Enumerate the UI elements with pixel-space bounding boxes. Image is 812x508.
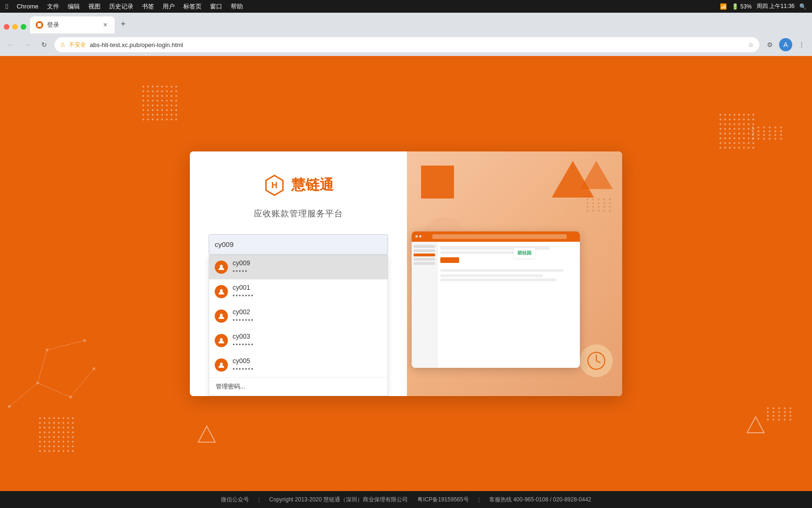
dropdown-item-4[interactable]: cy005 •••••••: [209, 353, 388, 377]
window-maximize-btn[interactable]: [21, 24, 26, 30]
menu-edit[interactable]: 编辑: [68, 2, 80, 11]
svg-point-6: [36, 381, 39, 384]
footer-divider-2: |: [478, 496, 480, 503]
clock-circle: [580, 344, 613, 377]
mockup-row-2: [440, 251, 523, 254]
security-warning-icon: ⚠: [60, 41, 65, 48]
navigation-bar: ← → ↻ ⚠ 不安全 abs-hlt-test.xc.pub/open-log…: [0, 33, 812, 56]
mockup-row-4: [440, 274, 543, 277]
back-button[interactable]: ←: [4, 38, 17, 51]
svg-marker-11: [747, 417, 764, 433]
svg-line-2: [70, 369, 94, 397]
dropdown-item-name-3: cy003: [233, 333, 254, 340]
username-input[interactable]: [209, 234, 388, 255]
profile-button[interactable]: A: [779, 38, 792, 51]
autocomplete-dropdown: cy009 ••••• cy001 •••••••: [209, 255, 388, 396]
window-minimize-btn[interactable]: [12, 24, 18, 30]
footer-icp: 粤ICP备19159565号: [417, 496, 468, 504]
macos-menubar:  Chrome 文件 编辑 视图 历史记录 书签 用户 标签页 窗口 帮助 📶…: [0, 0, 812, 13]
dropdown-item-name-1: cy001: [233, 284, 254, 291]
dropdown-item-2[interactable]: cy002 •••••••: [209, 304, 388, 328]
triangle-outline-right: [746, 416, 765, 435]
menu-help[interactable]: 帮助: [231, 2, 243, 11]
dropdown-item-name-0: cy009: [233, 259, 250, 267]
mockup-sidebar-item-3: [414, 258, 435, 261]
apple-menu[interactable]: : [6, 2, 8, 10]
extensions-button[interactable]: ⚙: [763, 38, 776, 51]
dropdown-item-3[interactable]: cy003 •••••••: [209, 328, 388, 353]
star-icon[interactable]: ☆: [748, 41, 754, 48]
menu-tabs[interactable]: 标签页: [183, 2, 202, 11]
svg-line-22: [596, 361, 600, 363]
mockup-url-bar: [432, 234, 567, 239]
new-tab-button[interactable]: +: [117, 17, 130, 31]
mockup-sidebar-item-4: [414, 262, 435, 265]
menu-chrome[interactable]: Chrome: [16, 3, 38, 10]
browser-window: 登录 ✕ + ← → ↻ ⚠ 不安全 abs-hlt-test.xc.pub/o…: [0, 13, 812, 508]
svg-line-4: [47, 341, 85, 350]
window-close-btn[interactable]: [4, 24, 9, 30]
dot-pattern-3: [141, 84, 179, 122]
macos-status: 📶 🔋 53% 周四 上午11:36 🔍: [720, 2, 806, 10]
dropdown-item-info-0: cy009 •••••: [233, 259, 250, 275]
mockup-row-3: [440, 269, 563, 272]
footer-wechat: 微信公众号: [221, 496, 249, 504]
reload-button[interactable]: ↻: [38, 38, 51, 51]
dropdown-item-1[interactable]: cy001 •••••••: [209, 279, 388, 304]
menu-button[interactable]: ⋮: [795, 38, 808, 51]
mockup-sidebar-item-active: [414, 254, 435, 256]
logo-area: H 慧链通: [263, 174, 334, 197]
menu-history[interactable]: 历史记录: [109, 2, 133, 11]
dropdown-item-icon-1: [215, 285, 228, 298]
dropdown-item-name-2: cy002: [233, 308, 254, 316]
menu-window[interactable]: 窗口: [210, 2, 222, 11]
menu-file[interactable]: 文件: [47, 2, 59, 11]
nav-icons-right: ⚙ A ⋮: [763, 38, 808, 51]
svg-line-0: [9, 383, 38, 406]
svg-text:H: H: [272, 181, 278, 190]
menu-bookmarks[interactable]: 书签: [142, 2, 154, 11]
menu-view[interactable]: 视图: [88, 2, 101, 11]
forward-button[interactable]: →: [21, 38, 34, 51]
tab-favicon-icon: [36, 21, 43, 29]
dropdown-item-name-4: cy005: [233, 357, 254, 365]
tab-close-button[interactable]: ✕: [102, 21, 109, 29]
url-protocol: 不安全: [69, 41, 86, 49]
svg-point-7: [69, 396, 72, 398]
dropdown-item-icon-2: [215, 310, 228, 323]
dropdown-item-info-2: cy002 •••••••: [233, 308, 254, 324]
dot-pattern-1: [718, 112, 756, 150]
username-input-container: cy009 ••••• cy001 •••••••: [209, 234, 388, 255]
dropdown-item-info-1: cy001 •••••••: [233, 284, 254, 299]
page-footer: 微信公众号 | Copyright 2013-2020 慧链通（深圳）商业保理有…: [0, 491, 812, 508]
svg-line-1: [38, 383, 70, 397]
dropdown-item-pass-2: •••••••: [233, 317, 254, 324]
footer-hotline: 客服热线 400-965-0108 / 020-8928-0442: [489, 496, 591, 504]
mockup-dot-2: [419, 235, 422, 238]
battery-icon: 🔋 53%: [732, 3, 751, 10]
dropdown-item-info-4: cy005 •••••••: [233, 357, 254, 373]
login-card: H 慧链通 应收账款管理服务平台: [190, 151, 622, 396]
bjy-logo: 碧桂园: [514, 248, 535, 258]
dot-pattern-2: [38, 416, 75, 453]
dropdown-item-pass-4: •••••••: [233, 365, 254, 373]
address-bar[interactable]: ⚠ 不安全 abs-hlt-test.xc.pub/open-login.htm…: [55, 37, 759, 52]
search-icon[interactable]: 🔍: [799, 3, 806, 10]
dropdown-item-0[interactable]: cy009 •••••: [209, 255, 388, 279]
mockup-button: [440, 257, 459, 263]
dot-grid-panel-right: [586, 198, 613, 212]
menu-users[interactable]: 用户: [163, 2, 175, 11]
triangle-outline-left: [197, 425, 216, 444]
footer-divider-1: |: [258, 496, 260, 503]
shape-square-1: [421, 166, 454, 198]
dropdown-item-pass-0: •••••: [233, 268, 250, 275]
laptop-mockup: 碧桂园: [412, 231, 580, 368]
svg-line-3: [38, 350, 47, 383]
manage-passwords-item[interactable]: 管理密码...: [209, 377, 388, 396]
footer-copyright: Copyright 2013-2020 慧链通（深圳）商业保理有限公司: [269, 496, 408, 504]
dot-grid-bottom: [767, 407, 793, 421]
svg-marker-12: [198, 426, 215, 442]
dot-grid-right: [752, 127, 784, 140]
dropdown-item-icon-4: [215, 358, 228, 372]
active-tab[interactable]: 登录 ✕: [30, 16, 115, 33]
